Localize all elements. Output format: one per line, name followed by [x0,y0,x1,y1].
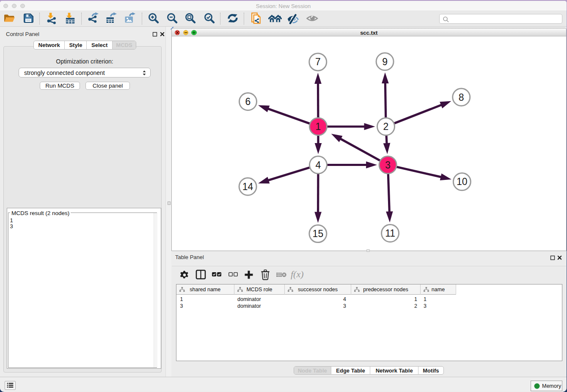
svg-text:4: 4 [315,160,321,171]
svg-text:9: 9 [382,56,388,67]
svg-text:2: 2 [383,121,388,132]
svg-text:14: 14 [242,181,253,192]
svg-text:7: 7 [315,56,320,67]
svg-text:11: 11 [385,228,395,239]
svg-text:15: 15 [312,228,323,239]
svg-text:1: 1 [315,121,321,132]
svg-text:6: 6 [245,96,250,107]
svg-text:8: 8 [458,92,464,103]
svg-text:10: 10 [457,176,468,187]
svg-text:3: 3 [385,160,391,171]
